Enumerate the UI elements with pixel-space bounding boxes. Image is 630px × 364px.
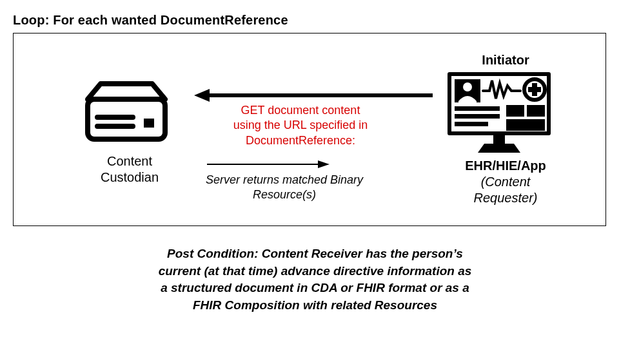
svg-rect-17 bbox=[506, 105, 524, 117]
initiator-node: Initiator bbox=[444, 53, 567, 206]
svg-rect-15 bbox=[455, 114, 500, 119]
svg-rect-14 bbox=[455, 106, 500, 111]
request-arrow-icon bbox=[194, 89, 433, 102]
response-line2: Resource(s) bbox=[253, 188, 316, 201]
storage-drive-icon bbox=[72, 79, 181, 149]
ehr-monitor-icon bbox=[444, 70, 554, 154]
content-custodian-label-line1: Content bbox=[107, 154, 152, 168]
svg-rect-3 bbox=[144, 119, 154, 128]
initiator-node-label: EHR/HIE/App (Content Requester) bbox=[444, 158, 567, 206]
svg-marker-5 bbox=[194, 89, 210, 102]
content-custodian-label-line2: Custodian bbox=[101, 170, 159, 184]
content-custodian-node: Content Custodian bbox=[72, 79, 188, 186]
response-line1: Server returns matched Binary bbox=[206, 173, 363, 186]
svg-rect-13 bbox=[528, 87, 541, 92]
post-condition: Post Condition: Content Receiver has the… bbox=[154, 245, 477, 314]
initiator-label: Initiator bbox=[444, 53, 567, 68]
svg-rect-20 bbox=[493, 133, 505, 144]
svg-rect-16 bbox=[455, 122, 488, 126]
content-custodian-label: Content Custodian bbox=[72, 153, 188, 186]
loop-title: Loop: For each wanted DocumentReference bbox=[13, 13, 617, 28]
request-line2: using the URL specified in bbox=[233, 119, 368, 131]
request-line3: DocumentReference: bbox=[246, 134, 355, 147]
request-line1: GET document content bbox=[241, 104, 360, 117]
svg-point-10 bbox=[463, 82, 472, 91]
ehr-label-ital1: (Content bbox=[481, 175, 531, 189]
response-arrow-icon bbox=[207, 160, 330, 169]
loop-box: Content Custodian GET document content u… bbox=[13, 33, 606, 226]
request-text: GET document content using the URL speci… bbox=[207, 103, 394, 148]
svg-marker-7 bbox=[318, 160, 330, 168]
ehr-label-bold: EHR/HIE/App bbox=[465, 158, 546, 173]
svg-rect-18 bbox=[527, 105, 545, 117]
ehr-label-ital2: Requester) bbox=[474, 191, 538, 205]
svg-rect-19 bbox=[506, 119, 545, 131]
response-text: Server returns matched Binary Resource(s… bbox=[194, 173, 375, 203]
